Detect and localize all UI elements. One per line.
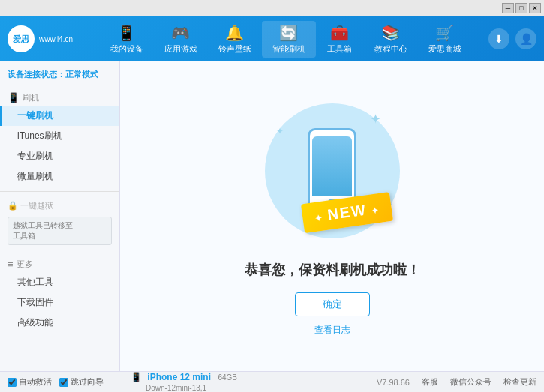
success-message: 恭喜您，保资料刷机成功啦！ xyxy=(245,261,420,279)
nav-tutorial-label: 教程中心 xyxy=(374,43,407,55)
nav-smart-flash-label: 智能刷机 xyxy=(272,43,305,55)
header: 爱思 www.i4.cn 📱 我的设备 🎮 应用游戏 🔔 铃声壁纸 🔄 智能刷机… xyxy=(0,16,544,61)
device-firmware: Down-12mini-13,1 xyxy=(146,384,206,392)
device-info: 📱 iPhone 12 mini 64GB Down-12mini-13,1 xyxy=(128,372,377,393)
daily-log-link[interactable]: 查看日志 xyxy=(314,324,350,337)
nav-my-device-label: 我的设备 xyxy=(110,43,143,55)
smart-flash-icon: 🔄 xyxy=(279,24,298,42)
close-btn[interactable]: ✕ xyxy=(529,3,541,13)
confirm-button[interactable]: 确定 xyxy=(295,292,370,316)
locked-jailbreak: 🔒 一键越狱 xyxy=(0,196,119,214)
auto-rescue-checkbox-item: 自动救活 xyxy=(8,376,52,388)
bottom-right-links: V7.98.66 客服 微信公众号 检查更新 xyxy=(377,376,536,388)
nav-ringtone[interactable]: 🔔 铃声壁纸 xyxy=(208,21,262,58)
wechat-link[interactable]: 微信公众号 xyxy=(450,376,491,388)
sparkle-icon-2: ✦ xyxy=(276,126,284,136)
nav-ringtone-label: 铃声壁纸 xyxy=(218,43,251,55)
jailbreak-note: 越狱工具已转移至工具箱 xyxy=(8,217,112,245)
logo-icon: 爱思 xyxy=(8,25,35,52)
logo-area: 爱思 www.i4.cn xyxy=(8,25,83,52)
nav-tutorial[interactable]: 📚 教程中心 xyxy=(364,21,418,58)
user-btn[interactable]: 👤 xyxy=(515,28,536,49)
connection-status: 设备连接状态：正常模式 xyxy=(0,66,119,85)
lock-icon: 🔒 xyxy=(8,201,18,211)
nav-store-label: 爱思商城 xyxy=(428,43,461,55)
sidebar-item-download-firmware[interactable]: 下载固件 xyxy=(0,292,119,313)
skip-wizard-checkbox[interactable] xyxy=(59,378,68,387)
sidebar-item-one-click-flash[interactable]: 一键刷机 xyxy=(0,106,119,126)
nav-store[interactable]: 🛒 爱思商城 xyxy=(418,21,472,58)
sidebar-item-itunes-flash[interactable]: iTunes刷机 xyxy=(0,126,119,146)
nav-toolbox-label: 工具箱 xyxy=(327,43,352,55)
sidebar-item-advanced[interactable]: 高级功能 xyxy=(0,313,119,333)
bottom-bar: 自动救活 跳过向导 📱 iPhone 12 mini 64GB Down-12m… xyxy=(0,371,544,392)
ringtone-icon: 🔔 xyxy=(225,24,244,42)
sidebar: 设备连接状态：正常模式 📱 刷机 一键刷机 iTunes刷机 专业刷机 微量刷机… xyxy=(0,61,120,371)
skip-wizard-label: 跳过向导 xyxy=(71,376,104,388)
sidebar-item-micro-flash[interactable]: 微量刷机 xyxy=(0,166,119,187)
tutorial-icon: 📚 xyxy=(381,24,400,42)
main-layout: 设备连接状态：正常模式 📱 刷机 一键刷机 iTunes刷机 专业刷机 微量刷机… xyxy=(0,61,544,371)
version-label: V7.98.66 xyxy=(377,378,410,387)
divider-1 xyxy=(0,191,119,192)
check-update-link[interactable]: 检查更新 xyxy=(503,376,536,388)
nav-my-device[interactable]: 📱 我的设备 xyxy=(100,21,154,58)
title-bar: ─ □ ✕ xyxy=(0,0,544,16)
store-icon: 🛒 xyxy=(435,24,454,42)
skip-wizard-checkbox-item: 跳过向导 xyxy=(59,376,104,388)
divider-2 xyxy=(0,250,119,250)
toolbox-icon: 🧰 xyxy=(330,24,349,42)
device-phone-icon: 📱 xyxy=(131,372,142,382)
flash-section-icon: 📱 xyxy=(8,92,20,103)
content-area: ✦ ✦ ✦ NEW 恭喜您，保资料刷机成功啦！ 确定 查看日志 xyxy=(120,61,544,371)
download-btn[interactable]: ⬇ xyxy=(488,28,509,49)
header-right: ⬇ 👤 xyxy=(488,28,536,49)
my-device-icon: 📱 xyxy=(117,24,136,42)
nav-app-game-label: 应用游戏 xyxy=(164,43,197,55)
sidebar-item-other-tools[interactable]: 其他工具 xyxy=(0,272,119,292)
device-name: iPhone 12 mini xyxy=(147,372,211,382)
customer-service-link[interactable]: 客服 xyxy=(422,376,438,388)
window-controls: ─ □ ✕ xyxy=(502,3,541,13)
sidebar-item-pro-flash[interactable]: 专业刷机 xyxy=(0,146,119,166)
nav-toolbox[interactable]: 🧰 工具箱 xyxy=(316,21,364,58)
nav-bar: 📱 我的设备 🎮 应用游戏 🔔 铃声壁纸 🔄 智能刷机 🧰 工具箱 📚 教程中心… xyxy=(83,21,488,58)
nav-smart-flash[interactable]: 🔄 智能刷机 xyxy=(262,21,316,58)
auto-rescue-label: 自动救活 xyxy=(19,376,52,388)
bottom-checkboxes: 自动救活 跳过向导 xyxy=(8,376,128,388)
flash-section-header: 📱 刷机 xyxy=(0,88,119,106)
phone-illustration: ✦ ✦ ✦ NEW xyxy=(257,96,407,246)
more-section-icon: ≡ xyxy=(8,259,14,270)
sparkle-icon-1: ✦ xyxy=(370,111,381,127)
auto-rescue-checkbox[interactable] xyxy=(8,378,17,387)
nav-app-game[interactable]: 🎮 应用游戏 xyxy=(154,21,208,58)
phone-screen xyxy=(312,136,352,196)
maximize-btn[interactable]: □ xyxy=(515,3,527,13)
app-game-icon: 🎮 xyxy=(171,24,190,42)
minimize-btn[interactable]: ─ xyxy=(502,3,514,13)
device-storage: 64GB xyxy=(218,373,237,382)
more-section-header: ≡ 更多 xyxy=(0,255,119,272)
logo-text: www.i4.cn xyxy=(39,34,73,44)
